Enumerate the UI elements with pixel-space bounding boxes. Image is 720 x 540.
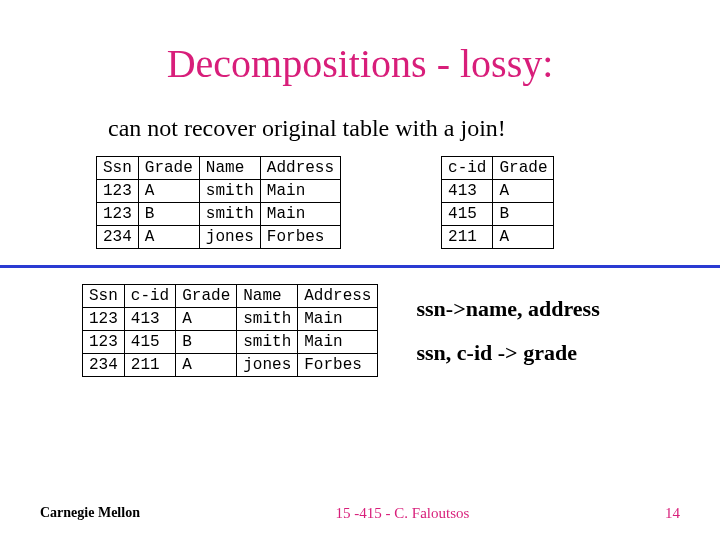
footer-page-number: 14 [665, 505, 680, 522]
table-row: Ssn c-id Grade Name Address [83, 285, 378, 308]
cell: Forbes [298, 354, 378, 377]
cell: smith [199, 180, 260, 203]
table-row: 415 B [442, 203, 554, 226]
table-row: 234 211 A jones Forbes [83, 354, 378, 377]
col-header: Address [298, 285, 378, 308]
cell: smith [199, 203, 260, 226]
cell: A [493, 180, 554, 203]
cell: Main [298, 308, 378, 331]
footer-center: 15 -415 - C. Faloutsos [336, 505, 470, 522]
slide-title: Decompositions - lossy: [0, 0, 720, 87]
cell: A [138, 180, 199, 203]
table-row: 123 B smith Main [97, 203, 341, 226]
cell: A [138, 226, 199, 249]
cell: B [138, 203, 199, 226]
col-header: Grade [176, 285, 237, 308]
cell: 211 [124, 354, 175, 377]
cell: B [176, 331, 237, 354]
cell: Main [298, 331, 378, 354]
cell: 123 [83, 308, 125, 331]
cell: 211 [442, 226, 493, 249]
cell: jones [199, 226, 260, 249]
table-row: Ssn Grade Name Address [97, 157, 341, 180]
cell: Forbes [260, 226, 340, 249]
cell: Main [260, 203, 340, 226]
cell: 413 [442, 180, 493, 203]
table-row: 123 A smith Main [97, 180, 341, 203]
table-right: c-id Grade 413 A 415 B 211 A [441, 156, 554, 249]
table-row: c-id Grade [442, 157, 554, 180]
cell: 415 [442, 203, 493, 226]
cell: 234 [97, 226, 139, 249]
cell: smith [237, 308, 298, 331]
table-row: 234 A jones Forbes [97, 226, 341, 249]
footer-left: Carnegie Mellon [40, 505, 140, 522]
functional-dependencies: ssn->name, address ssn, c-id -> grade [416, 296, 599, 384]
cell: B [493, 203, 554, 226]
cell: 413 [124, 308, 175, 331]
col-header: Ssn [83, 285, 125, 308]
cell: 234 [83, 354, 125, 377]
col-header: Name [237, 285, 298, 308]
cell: 123 [97, 180, 139, 203]
divider [0, 265, 720, 268]
cell: smith [237, 331, 298, 354]
fd-line-1: ssn->name, address [416, 296, 599, 322]
lower-row: Ssn c-id Grade Name Address 123 413 A sm… [82, 284, 720, 384]
cell: A [176, 354, 237, 377]
col-header: Address [260, 157, 340, 180]
col-header: Grade [138, 157, 199, 180]
upper-tables-row: Ssn Grade Name Address 123 A smith Main … [96, 156, 720, 249]
cell: 415 [124, 331, 175, 354]
cell: A [493, 226, 554, 249]
col-header: c-id [442, 157, 493, 180]
table-row: 413 A [442, 180, 554, 203]
cell: Main [260, 180, 340, 203]
slide: Decompositions - lossy: can not recover … [0, 0, 720, 540]
col-header: Name [199, 157, 260, 180]
col-header: c-id [124, 285, 175, 308]
table-row: 123 415 B smith Main [83, 331, 378, 354]
slide-subtitle: can not recover original table with a jo… [108, 115, 720, 142]
footer: Carnegie Mellon 15 -415 - C. Faloutsos 1… [0, 505, 720, 522]
table-row: 123 413 A smith Main [83, 308, 378, 331]
col-header: Ssn [97, 157, 139, 180]
cell: 123 [97, 203, 139, 226]
table-bottom: Ssn c-id Grade Name Address 123 413 A sm… [82, 284, 378, 377]
col-header: Grade [493, 157, 554, 180]
cell: A [176, 308, 237, 331]
fd-line-2: ssn, c-id -> grade [416, 340, 599, 366]
table-left: Ssn Grade Name Address 123 A smith Main … [96, 156, 341, 249]
cell: 123 [83, 331, 125, 354]
cell: jones [237, 354, 298, 377]
table-row: 211 A [442, 226, 554, 249]
